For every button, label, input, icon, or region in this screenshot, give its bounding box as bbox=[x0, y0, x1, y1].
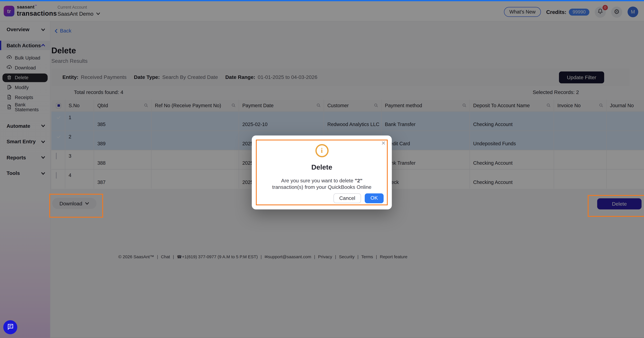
top-progress-stripe bbox=[0, 0, 644, 1]
dialog-title: Delete bbox=[252, 164, 392, 172]
info-icon: i bbox=[315, 144, 328, 157]
chat-bubble-icon bbox=[7, 323, 14, 332]
dialog-message: Are you sure you want to delete "2" tran… bbox=[260, 177, 384, 190]
app-root: tr saasant™ transactions Current Account… bbox=[0, 0, 644, 338]
close-icon[interactable]: ✕ bbox=[381, 140, 386, 146]
chat-widget-button[interactable] bbox=[3, 320, 17, 334]
delete-count: "2" bbox=[355, 178, 362, 184]
ok-button[interactable]: OK bbox=[365, 194, 384, 203]
cancel-button[interactable]: Cancel bbox=[334, 194, 361, 203]
delete-confirmation-dialog: ✕ i Delete Are you sure you want to dele… bbox=[252, 136, 392, 210]
